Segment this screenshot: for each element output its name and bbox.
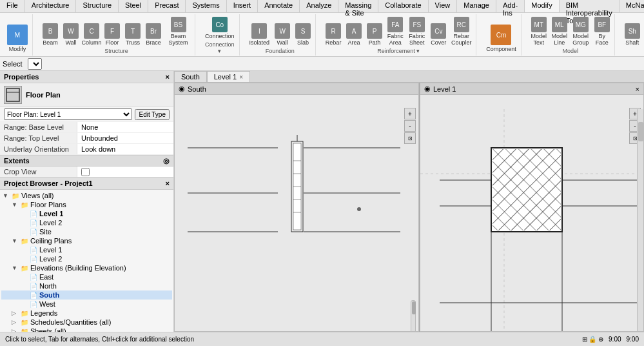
path-button[interactable]: P Path bbox=[365, 23, 384, 46]
tree-item-views-(all)[interactable]: ▼📁Views (all) bbox=[1, 191, 172, 200]
brace-button[interactable]: Br Brace bbox=[144, 23, 163, 46]
brace-icon: Br bbox=[146, 23, 161, 39]
tree-icon: 📁 bbox=[21, 238, 28, 245]
column-button[interactable]: C Column bbox=[82, 23, 101, 46]
tree-label: West bbox=[39, 300, 55, 308]
level1-tab-close[interactable]: × bbox=[239, 74, 243, 81]
tab-bim[interactable]: BIM Interoperability Tools bbox=[560, 0, 620, 12]
beam-icon: B bbox=[43, 23, 58, 39]
cover-button[interactable]: Cv Cover bbox=[429, 23, 448, 46]
status-icons: ⊞ 🔒 ⊕ bbox=[582, 336, 604, 343]
tree-item-north[interactable]: 📄North bbox=[1, 281, 172, 290]
properties-close-icon[interactable]: × bbox=[166, 73, 170, 81]
level1-scroll-thumb-v[interactable] bbox=[638, 122, 643, 141]
tab-insert[interactable]: Insert bbox=[227, 0, 259, 12]
south-view[interactable]: ◉ South bbox=[174, 83, 419, 332]
floor-plan-type-icon-svg bbox=[5, 87, 21, 103]
tab-addins[interactable]: Add-Ins bbox=[496, 0, 525, 12]
prop-underlay-label: Underlay Orientation bbox=[0, 144, 77, 154]
tree-item-level-1[interactable]: 📄Level 1 bbox=[1, 245, 172, 254]
by-face-button[interactable]: BF By Face bbox=[592, 16, 612, 46]
tab-mcnary[interactable]: McNary bbox=[620, 0, 644, 12]
project-browser-title: Project Browser - Project1 bbox=[4, 179, 93, 187]
model-line-label: Model Line bbox=[551, 33, 567, 46]
model-line-button[interactable]: ML Model Line bbox=[550, 16, 569, 46]
tree-item-sheets-(all)[interactable]: ▷📁Sheets (all) bbox=[1, 327, 172, 332]
tree-item-level-1[interactable]: 📄Level 1 bbox=[1, 209, 172, 218]
select-bar: Select bbox=[0, 57, 644, 71]
tab-structure[interactable]: Structure bbox=[76, 0, 119, 12]
connection-icon: Co bbox=[212, 17, 228, 32]
tab-view[interactable]: View bbox=[429, 0, 458, 12]
ribbon-group-items-foundation: I Isolated W Wall S Slab bbox=[248, 14, 313, 48]
prop-base-level-label: Range: Base Level bbox=[0, 122, 77, 132]
tab-file[interactable]: File bbox=[0, 0, 25, 12]
ribbon-group-items-model: MT Model Text ML Model Line MG Model Gro… bbox=[529, 14, 612, 48]
tab-systems[interactable]: Systems bbox=[186, 0, 226, 12]
tree-item-site[interactable]: 📄Site bbox=[1, 227, 172, 236]
project-browser-close-icon[interactable]: × bbox=[166, 179, 170, 187]
floor-plan-select[interactable]: Floor Plan: Level 1 bbox=[4, 108, 132, 120]
level1-scrollbar-v[interactable] bbox=[637, 109, 643, 332]
tab-analyze[interactable]: Analyze bbox=[300, 0, 338, 12]
slab-button[interactable]: S Slab bbox=[293, 23, 313, 46]
model-text-button[interactable]: MT Model Text bbox=[529, 16, 549, 46]
tree-icon: 📄 bbox=[30, 301, 37, 308]
beam-system-button[interactable]: BS Beam System bbox=[164, 16, 192, 46]
tab-manage[interactable]: Manage bbox=[457, 0, 496, 12]
project-browser: Project Browser - Project1 × ▼📁Views (al… bbox=[0, 177, 173, 332]
ribbon-content: M Modify B Beam W Wall C Column bbox=[0, 13, 644, 57]
prop-crop-view-label: Crop View bbox=[0, 167, 77, 177]
tab-massing[interactable]: Massing & Site bbox=[338, 0, 378, 12]
tree-item-east[interactable]: 📄East bbox=[1, 272, 172, 281]
tree-item-west[interactable]: 📄West bbox=[1, 300, 172, 309]
floor-button[interactable]: F Floor bbox=[102, 23, 122, 46]
tab-steel[interactable]: Steel bbox=[119, 0, 148, 12]
component-button[interactable]: Cm Component bbox=[484, 24, 518, 53]
tab-modify[interactable]: Modify bbox=[525, 0, 559, 12]
tab-collaborate[interactable]: Collaborate bbox=[378, 0, 428, 12]
wall-found-button[interactable]: W Wall bbox=[273, 23, 292, 46]
tree-item-level-2[interactable]: 📄Level 2 bbox=[1, 218, 172, 227]
select-dropdown[interactable] bbox=[28, 58, 42, 70]
tree-item-elevations-(building-elevation)[interactable]: ▼📁Elevations (Building Elevation) bbox=[1, 263, 172, 272]
edit-type-button[interactable]: Edit Type bbox=[135, 109, 170, 120]
area-button[interactable]: A Area bbox=[344, 23, 364, 46]
shaft-button[interactable]: Sh Shaft bbox=[623, 23, 642, 46]
tree-label: Level 1 bbox=[39, 210, 63, 218]
isolated-button[interactable]: I Isolated bbox=[248, 23, 272, 46]
tab-annotate[interactable]: Annotate bbox=[258, 0, 300, 12]
south-scroll-thumb[interactable] bbox=[412, 301, 416, 314]
south-zoom-out-btn[interactable]: - bbox=[404, 120, 416, 132]
tab-precast[interactable]: Precast bbox=[148, 0, 186, 12]
fabric-area-button[interactable]: FA Fabric Area bbox=[385, 16, 405, 46]
path-label: Path bbox=[369, 39, 381, 46]
modify-button[interactable]: M Modify bbox=[5, 24, 30, 53]
tree-item-legends[interactable]: ▷📁Legends bbox=[1, 309, 172, 318]
wall-button[interactable]: W Wall bbox=[61, 23, 81, 46]
rebar-coupler-button[interactable]: RC Rebar Coupler bbox=[449, 16, 473, 46]
south-scrollbar[interactable] bbox=[411, 300, 416, 332]
truss-button[interactable]: T Truss bbox=[123, 23, 142, 46]
properties-header: Properties × bbox=[0, 71, 173, 83]
level1-view-close[interactable]: × bbox=[636, 85, 639, 93]
south-fit-btn[interactable]: ⊡ bbox=[404, 132, 416, 144]
tree-item-schedules/quantities-(all)[interactable]: ▷📁Schedules/Quantities (all) bbox=[1, 318, 172, 327]
tree-item-south[interactable]: 📄South bbox=[1, 290, 172, 300]
crop-view-checkbox[interactable] bbox=[81, 168, 90, 176]
viewport-tab-level1[interactable]: Level 1 × bbox=[207, 71, 250, 82]
tree-item-level-2[interactable]: 📄Level 2 bbox=[1, 254, 172, 263]
level1-view[interactable]: ◉ Level 1 × bbox=[420, 83, 644, 332]
viewport-tab-south[interactable]: South bbox=[174, 71, 207, 82]
prop-top-level-row: Range: Top Level Unbounded bbox=[0, 133, 173, 144]
tab-architecture[interactable]: Architecture bbox=[25, 0, 77, 12]
model-group-button[interactable]: MG Model Group bbox=[571, 16, 591, 46]
connection-button[interactable]: Co Connection bbox=[203, 16, 237, 40]
south-zoom-in-btn[interactable]: + bbox=[404, 108, 416, 119]
tree-item-floor-plans[interactable]: ▼📁Floor Plans bbox=[1, 200, 172, 209]
tree-item-ceiling-plans[interactable]: ▼📁Ceiling Plans bbox=[1, 236, 172, 245]
status-right: ⊞ 🔒 ⊕ 9:00 9:00 bbox=[582, 336, 639, 343]
beam-button[interactable]: B Beam bbox=[41, 23, 60, 46]
rebar-button[interactable]: R Rebar bbox=[324, 23, 343, 46]
fabric-sheet-button[interactable]: FS Fabric Sheet bbox=[406, 16, 427, 46]
